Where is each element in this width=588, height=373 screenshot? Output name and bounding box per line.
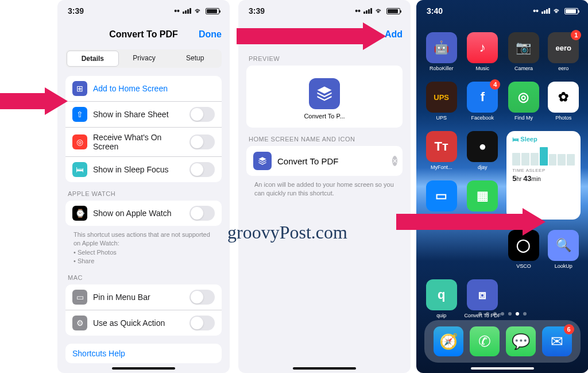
apple-watch-row[interactable]: ⌚ Show on Apple Watch [65,201,222,226]
group-watch: APPLE WATCH ⌚ Show on Apple Watch This s… [65,190,222,266]
screen-icon: ◎ [72,134,87,149]
dock-messages[interactable]: 💬 [506,326,536,356]
on-screen-row[interactable]: ◎ Receive What's On Screen [65,127,222,156]
dock-safari[interactable]: 🧭 [434,326,463,356]
arrow-annotation-2 [237,22,386,52]
name-card: ✕ [246,146,403,176]
name-header: HOME SCREEN NAME AND ICON [249,136,400,143]
app-find-my[interactable]: ◎ Find My [506,82,540,121]
signal-icon: •• [355,6,361,16]
app-ups[interactable]: UPS UPS [424,82,458,121]
app-lookup[interactable]: 🔍 LookUp [547,230,581,269]
home-indicator[interactable] [112,367,175,370]
status-time: 3:40 [427,6,443,16]
shortcut-icon-picker[interactable] [253,152,272,170]
cellular-icon [541,8,551,14]
watermark: groovyPost.com [227,222,347,243]
app-eero[interactable]: eero 1 eero [547,32,581,71]
preview-icon [309,78,340,109]
menubar-icon: ▭ [72,290,87,305]
battery-icon [206,8,219,14]
nav-title: Convert To PDF [109,29,178,40]
share-sheet-row[interactable]: ⇧ Show in Share Sheet [65,101,222,127]
cellular-icon [363,8,373,14]
app-camera[interactable]: 📷 Camera [506,32,540,71]
name-group: HOME SCREEN NAME AND ICON ✕ An icon will… [246,136,403,198]
app-photos[interactable]: ✿ Photos [547,82,581,121]
clear-button[interactable]: ✕ [392,156,397,166]
app-robokiller[interactable]: 🤖 RoboKiller [424,32,458,71]
dock-mail[interactable]: ✉ 6 [542,326,572,356]
wifi-icon: ᯤ [195,6,203,16]
app-music[interactable]: ♪ Music [464,32,501,71]
name-footnote: An icon will be added to your home scree… [246,176,403,198]
arrow-annotation-3 [396,208,546,238]
sleep-widget[interactable]: 🛏 Sleep TIME ASLEEP 5hr 43min [506,131,581,220]
row-label: Pin in Menu Bar [93,293,184,302]
shortcuts-help-button[interactable]: Shortcuts Help [65,344,222,363]
app-djay[interactable]: ● djay [464,131,501,170]
home-screen-panel: 3:40 •• ᯤ 🤖 RoboKiller ♪ Music 📷 Camera … [416,0,588,373]
preview-card: Convert To P... [246,66,403,128]
shortcut-name-input[interactable] [277,156,386,166]
signal-icon: •• [174,6,180,16]
arrow-annotation-1 [0,87,68,117]
add-to-home-screen-button[interactable]: ⊞ Add to Home Screen [65,76,222,101]
status-bar: 3:39 •• ᯤ [57,0,230,22]
group-help: Shortcuts Help [65,344,222,363]
svg-marker-2 [396,208,546,236]
row-label: Show on Apple Watch [93,209,184,218]
home-screen[interactable]: 🤖 RoboKiller ♪ Music 📷 Camera eero 1 eer… [416,22,588,373]
app-grid: 🤖 RoboKiller ♪ Music 📷 Camera eero 1 eer… [424,32,581,318]
tab-privacy[interactable]: Privacy [119,51,170,67]
pin-menu-toggle[interactable] [189,290,215,305]
battery-icon [564,8,578,14]
pin-menu-row[interactable]: ▭ Pin in Menu Bar [65,284,222,310]
cellular-icon [183,8,192,14]
watch-footnote: This shortcut uses actions that are not … [65,226,222,266]
app-facebook[interactable]: f 4 Facebook [464,82,501,121]
sleep-focus-toggle[interactable] [189,162,215,177]
preview-group: PREVIEW Convert To P... [246,55,403,128]
status-icons: •• ᯤ [533,6,578,16]
group-home: ⊞ Add to Home Screen ⇧ Show in Share She… [65,76,222,182]
watch-toggle[interactable] [189,206,215,221]
home-indicator[interactable] [293,367,356,370]
tab-details[interactable]: Details [67,51,119,67]
share-sheet-toggle[interactable] [189,107,215,122]
row-label: Receive What's On Screen [93,133,184,151]
row-label: Show in Share Sheet [93,110,184,119]
share-icon: ⇧ [72,107,87,122]
home-icon: ⊞ [72,81,87,96]
tab-setup[interactable]: Setup [169,51,220,67]
sleep-icon: 🛏 [72,162,87,177]
status-bar: 3:39 •• ᯤ [238,0,411,22]
on-screen-toggle[interactable] [189,134,215,149]
wifi-icon: ᯤ [554,6,562,16]
signal-icon: •• [533,6,539,16]
sleep-focus-row[interactable]: 🛏 Show in Sleep Focus [65,156,222,182]
dock: 🧭 ✆ 💬 ✉ 6 [424,320,581,363]
quick-action-row[interactable]: ⚙ Use as Quick Action [65,310,222,336]
row-label: Show in Sleep Focus [93,165,184,174]
page-indicator[interactable] [416,312,588,316]
segment-control[interactable]: Details Privacy Setup [65,49,222,68]
gear-icon: ⚙ [72,316,87,330]
watch-header: APPLE WATCH [68,190,219,197]
row-label: Use as Quick Action [93,318,184,328]
home-indicator[interactable] [471,367,534,370]
svg-marker-0 [0,87,68,115]
add-to-home-screen-panel: 3:39 •• ᯤ Add PREVIEW Convert To P... HO… [238,0,411,373]
quick-action-toggle[interactable] [189,316,215,330]
battery-icon [386,8,400,14]
add-button[interactable]: Add [385,29,403,40]
row-label: Add to Home Screen [93,84,215,93]
done-button[interactable]: Done [199,29,222,40]
dock-phone[interactable]: ✆ [470,326,500,356]
row-label: Shortcuts Help [72,349,215,358]
status-bar: 3:40 •• ᯤ [416,0,588,22]
group-mac: MAC ▭ Pin in Menu Bar ⚙ Use as Quick Act… [65,274,222,336]
status-time: 3:39 [249,6,265,16]
svg-marker-1 [237,22,386,50]
app-myfont-[interactable]: Tт MyFont... [424,131,458,170]
